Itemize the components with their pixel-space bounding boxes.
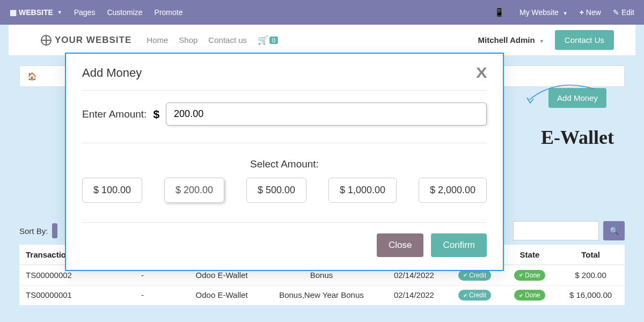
cart-count-badge: 0 [269, 36, 278, 44]
add-money-modal: Add Money X Enter Amount: $ Select Amoun… [65, 53, 504, 271]
nav-pages[interactable]: Pages [74, 8, 96, 17]
table-row: TS00000001-Odoo E-WalletBonus,New Year B… [19, 285, 625, 305]
page-title: E-Wallet [541, 126, 614, 149]
mobile-icon[interactable]: 📱 [494, 8, 504, 17]
cell-date: 02/14/2022 [382, 285, 447, 305]
cell-total: $ 200.00 [557, 265, 625, 286]
confirm-button[interactable]: Confirm [431, 233, 487, 257]
top-nav: ▦ WEBSITE ▼ Pages Customize Promote 📱 My… [0, 0, 644, 25]
cart-button[interactable]: 🛒 0 [258, 35, 278, 45]
menu-shop[interactable]: Shop [179, 35, 197, 45]
website-switcher[interactable]: ▦ WEBSITE ▼ [10, 8, 62, 17]
search-input[interactable] [513, 221, 599, 240]
cell-tags: Bonus,New Year Bonus [261, 285, 381, 305]
chevron-down-icon: ▼ [563, 11, 568, 16]
enter-amount-label: Enter Amount: [82, 108, 147, 120]
amount-input[interactable] [166, 103, 487, 126]
menu-home[interactable]: Home [147, 35, 168, 45]
plus-icon: + [580, 8, 584, 17]
contact-us-button[interactable]: Contact Us [555, 30, 614, 50]
amount-option[interactable]: $ 2,000.00 [419, 178, 487, 203]
nav-customize[interactable]: Customize [107, 8, 142, 17]
my-website-dropdown[interactable]: My Website ▼ [519, 8, 568, 17]
currency-symbol: $ [153, 108, 159, 121]
cell-type: ✔Credit [447, 285, 502, 305]
check-icon: ✔ [463, 272, 467, 278]
amount-option[interactable]: $ 1,000.00 [328, 178, 397, 203]
check-icon: ✔ [519, 292, 523, 298]
cart-icon: 🛒 [258, 35, 268, 45]
cell-wallet: Odoo E-Wallet [182, 285, 262, 305]
chevron-down-icon: ▼ [57, 10, 62, 15]
col-state: State [503, 245, 557, 265]
site-header: YOUR WEBSITE Home Shop Contact us 🛒 0 Mi… [9, 25, 635, 56]
cell-order: - [103, 285, 181, 305]
user-menu[interactable]: Mitchell Admin ▼ [478, 35, 544, 45]
cell-total: $ 16,000.00 [557, 285, 625, 305]
search-button[interactable]: 🔍 [603, 221, 625, 240]
search-icon: 🔍 [610, 226, 619, 235]
check-icon: ✔ [519, 272, 523, 278]
close-icon[interactable]: X [476, 64, 487, 82]
amount-option[interactable]: $ 100.00 [82, 178, 142, 203]
nav-promote[interactable]: Promote [155, 8, 183, 17]
menu-contact[interactable]: Contact us [208, 35, 247, 45]
amount-option[interactable]: $ 500.00 [246, 178, 306, 203]
globe-icon [41, 35, 52, 46]
amount-option[interactable]: $ 200.00 [164, 178, 224, 203]
brand-label: WEBSITE [19, 8, 53, 17]
cell-tx: TS00000001 [19, 285, 103, 305]
sort-label: Sort By: [19, 226, 48, 236]
apps-icon: ▦ [10, 8, 17, 17]
cell-state: ✔Done [503, 265, 557, 286]
pencil-icon: ✎ [613, 8, 619, 17]
cell-state: ✔Done [503, 285, 557, 305]
new-button[interactable]: +New [580, 8, 601, 17]
sort-dropdown[interactable] [52, 223, 57, 238]
modal-title: Add Money [82, 66, 477, 80]
add-money-button[interactable]: Add Money [548, 88, 606, 108]
select-amount-label: Select Amount: [82, 158, 487, 170]
chevron-down-icon: ▼ [539, 39, 544, 44]
edit-button[interactable]: ✎Edit [613, 8, 634, 17]
home-icon[interactable]: 🏠 [27, 72, 36, 80]
close-button[interactable]: Close [377, 233, 423, 257]
check-icon: ✔ [463, 292, 467, 298]
col-total: Total [557, 245, 625, 265]
site-logo[interactable]: YOUR WEBSITE [41, 35, 131, 46]
